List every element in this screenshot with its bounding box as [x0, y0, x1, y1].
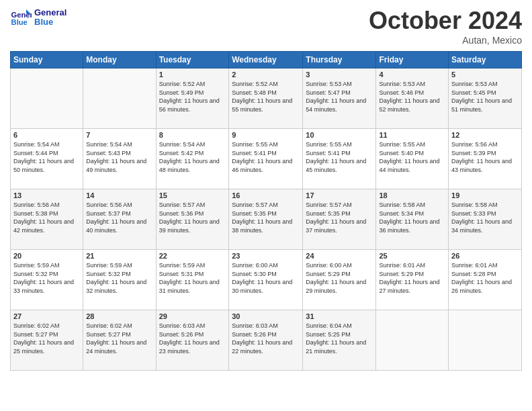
col-header-sunday: Sunday [11, 52, 83, 68]
calendar-week-4: 20Sunrise: 5:59 AMSunset: 5:32 PMDayligh… [11, 250, 522, 310]
day-number: 2 [232, 71, 300, 79]
day-number: 25 [379, 252, 445, 260]
day-number: 9 [232, 131, 300, 139]
day-info: Sunrise: 5:52 AMSunset: 5:48 PMDaylight:… [232, 80, 300, 113]
day-info: Sunrise: 5:55 AMSunset: 5:41 PMDaylight:… [232, 140, 300, 174]
logo-icon: General Blue [10, 7, 32, 28]
day-info: Sunrise: 5:52 AMSunset: 5:49 PMDaylight:… [159, 80, 226, 113]
day-info: Sunrise: 5:57 AMSunset: 5:36 PMDaylight:… [159, 201, 226, 234]
day-info: Sunrise: 6:03 AMSunset: 5:26 PMDaylight:… [232, 322, 300, 355]
day-number: 23 [232, 252, 300, 260]
day-number: 5 [451, 71, 519, 79]
calendar-cell: 30Sunrise: 6:03 AMSunset: 5:26 PMDayligh… [229, 310, 303, 371]
day-info: Sunrise: 5:58 AMSunset: 5:33 PMDaylight:… [451, 201, 519, 234]
title-area: October 2024 Autan, Mexico [369, 7, 522, 46]
day-number: 19 [451, 191, 519, 199]
day-number: 14 [86, 191, 152, 199]
calendar-cell [449, 310, 522, 371]
calendar-cell: 3Sunrise: 5:53 AMSunset: 5:47 PMDaylight… [303, 68, 376, 129]
day-info: Sunrise: 5:57 AMSunset: 5:35 PMDaylight:… [306, 201, 373, 234]
day-info: Sunrise: 5:58 AMSunset: 5:34 PMDaylight:… [379, 201, 445, 234]
calendar-cell: 2Sunrise: 5:52 AMSunset: 5:48 PMDaylight… [229, 68, 303, 129]
calendar-cell: 8Sunrise: 5:54 AMSunset: 5:42 PMDaylight… [156, 129, 229, 189]
day-info: Sunrise: 6:04 AMSunset: 5:25 PMDaylight:… [306, 322, 373, 355]
day-number: 15 [159, 191, 226, 199]
day-info: Sunrise: 5:56 AMSunset: 5:39 PMDaylight:… [451, 140, 519, 174]
calendar-cell: 13Sunrise: 5:56 AMSunset: 5:38 PMDayligh… [11, 189, 83, 250]
calendar-week-5: 27Sunrise: 6:02 AMSunset: 5:27 PMDayligh… [11, 310, 522, 371]
day-number: 12 [451, 131, 519, 139]
month-title: October 2024 [369, 7, 522, 35]
calendar-cell: 15Sunrise: 5:57 AMSunset: 5:36 PMDayligh… [156, 189, 229, 250]
day-info: Sunrise: 5:53 AMSunset: 5:45 PMDaylight:… [451, 80, 519, 113]
calendar-cell: 4Sunrise: 5:53 AMSunset: 5:46 PMDaylight… [376, 68, 449, 129]
col-header-saturday: Saturday [449, 52, 522, 68]
day-number: 10 [306, 131, 373, 139]
day-number: 13 [13, 191, 80, 199]
day-number: 20 [13, 252, 80, 260]
calendar-cell: 16Sunrise: 5:57 AMSunset: 5:35 PMDayligh… [229, 189, 303, 250]
calendar-table: SundayMondayTuesdayWednesdayThursdayFrid… [10, 51, 522, 371]
calendar-cell: 19Sunrise: 5:58 AMSunset: 5:33 PMDayligh… [449, 189, 522, 250]
logo-blue: Blue [34, 17, 66, 27]
day-number: 29 [159, 312, 226, 320]
day-number: 17 [306, 191, 373, 199]
calendar-cell: 10Sunrise: 5:55 AMSunset: 5:41 PMDayligh… [303, 129, 376, 189]
day-info: Sunrise: 5:54 AMSunset: 5:44 PMDaylight:… [13, 140, 80, 174]
calendar-cell [11, 68, 83, 129]
calendar-cell: 12Sunrise: 5:56 AMSunset: 5:39 PMDayligh… [449, 129, 522, 189]
calendar-cell: 28Sunrise: 6:02 AMSunset: 5:27 PMDayligh… [83, 310, 156, 371]
day-number: 7 [86, 131, 152, 139]
col-header-tuesday: Tuesday [156, 52, 229, 68]
calendar-cell: 26Sunrise: 6:01 AMSunset: 5:28 PMDayligh… [449, 250, 522, 310]
calendar-cell: 6Sunrise: 5:54 AMSunset: 5:44 PMDaylight… [11, 129, 83, 189]
calendar-cell: 21Sunrise: 5:59 AMSunset: 5:32 PMDayligh… [83, 250, 156, 310]
col-header-wednesday: Wednesday [229, 52, 303, 68]
day-number: 28 [86, 312, 152, 320]
calendar-week-2: 6Sunrise: 5:54 AMSunset: 5:44 PMDaylight… [11, 129, 522, 189]
day-info: Sunrise: 5:59 AMSunset: 5:31 PMDaylight:… [159, 261, 226, 295]
day-number: 26 [451, 252, 519, 260]
calendar-cell [376, 310, 449, 371]
svg-text:Blue: Blue [11, 18, 28, 26]
col-header-monday: Monday [83, 52, 156, 68]
day-number: 27 [13, 312, 80, 320]
calendar-cell: 5Sunrise: 5:53 AMSunset: 5:45 PMDaylight… [449, 68, 522, 129]
day-info: Sunrise: 5:54 AMSunset: 5:42 PMDaylight:… [159, 140, 226, 174]
day-number: 16 [232, 191, 300, 199]
calendar-cell: 9Sunrise: 5:55 AMSunset: 5:41 PMDaylight… [229, 129, 303, 189]
calendar-cell: 1Sunrise: 5:52 AMSunset: 5:49 PMDaylight… [156, 68, 229, 129]
day-number: 11 [379, 131, 445, 139]
day-info: Sunrise: 6:03 AMSunset: 5:26 PMDaylight:… [159, 322, 226, 355]
day-number: 18 [379, 191, 445, 199]
day-number: 22 [159, 252, 226, 260]
day-number: 6 [13, 131, 80, 139]
calendar-cell: 7Sunrise: 5:54 AMSunset: 5:43 PMDaylight… [83, 129, 156, 189]
day-info: Sunrise: 5:57 AMSunset: 5:35 PMDaylight:… [232, 201, 300, 234]
day-info: Sunrise: 5:54 AMSunset: 5:43 PMDaylight:… [86, 140, 152, 174]
calendar-cell: 27Sunrise: 6:02 AMSunset: 5:27 PMDayligh… [11, 310, 83, 371]
calendar-cell: 29Sunrise: 6:03 AMSunset: 5:26 PMDayligh… [156, 310, 229, 371]
calendar-cell: 23Sunrise: 6:00 AMSunset: 5:30 PMDayligh… [229, 250, 303, 310]
day-number: 24 [306, 252, 373, 260]
day-info: Sunrise: 5:56 AMSunset: 5:37 PMDaylight:… [86, 201, 152, 234]
calendar-cell: 18Sunrise: 5:58 AMSunset: 5:34 PMDayligh… [376, 189, 449, 250]
day-number: 30 [232, 312, 300, 320]
day-info: Sunrise: 6:00 AMSunset: 5:30 PMDaylight:… [232, 261, 300, 295]
calendar-week-1: 1Sunrise: 5:52 AMSunset: 5:49 PMDaylight… [11, 68, 522, 129]
col-header-friday: Friday [376, 52, 449, 68]
day-info: Sunrise: 5:59 AMSunset: 5:32 PMDaylight:… [86, 261, 152, 295]
header: General Blue General Blue October 2024 A… [10, 7, 522, 46]
location: Autan, Mexico [369, 35, 522, 46]
calendar-cell: 20Sunrise: 5:59 AMSunset: 5:32 PMDayligh… [11, 250, 83, 310]
day-info: Sunrise: 5:53 AMSunset: 5:46 PMDaylight:… [379, 80, 445, 113]
calendar-cell: 11Sunrise: 5:55 AMSunset: 5:40 PMDayligh… [376, 129, 449, 189]
day-info: Sunrise: 5:53 AMSunset: 5:47 PMDaylight:… [306, 80, 373, 113]
day-info: Sunrise: 5:56 AMSunset: 5:38 PMDaylight:… [13, 201, 80, 234]
calendar-cell: 31Sunrise: 6:04 AMSunset: 5:25 PMDayligh… [303, 310, 376, 371]
calendar-cell: 22Sunrise: 5:59 AMSunset: 5:31 PMDayligh… [156, 250, 229, 310]
day-info: Sunrise: 6:02 AMSunset: 5:27 PMDaylight:… [86, 322, 152, 355]
day-number: 21 [86, 252, 152, 260]
day-info: Sunrise: 6:02 AMSunset: 5:27 PMDaylight:… [13, 322, 80, 355]
day-info: Sunrise: 5:59 AMSunset: 5:32 PMDaylight:… [13, 261, 80, 295]
